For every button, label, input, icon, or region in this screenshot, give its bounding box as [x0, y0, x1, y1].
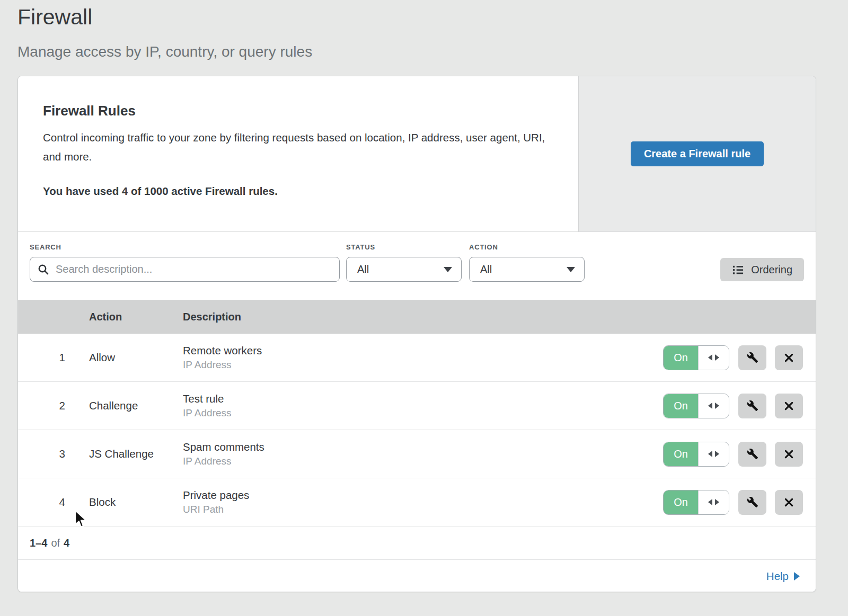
ordering-icon	[732, 264, 744, 276]
rule-enabled-toggle[interactable]: On	[663, 394, 729, 418]
arrow-left-icon	[708, 451, 712, 457]
column-action: Action	[89, 311, 183, 323]
rule-description-title: Private pages	[183, 489, 663, 502]
overview-text-panel: Firewall Rules Control incoming traffic …	[18, 76, 578, 231]
arrow-right-icon	[715, 451, 719, 457]
search-icon	[38, 264, 49, 275]
edit-rule-button[interactable]	[738, 345, 766, 370]
rule-description-title: Test rule	[183, 392, 663, 405]
arrow-right-icon	[715, 499, 719, 505]
mouse-cursor-icon	[74, 510, 89, 531]
wrench-icon	[747, 400, 758, 412]
rule-number: 2	[18, 399, 89, 412]
help-link-label: Help	[766, 570, 789, 583]
rule-description: Test rule IP Address	[183, 392, 663, 419]
search-filter-group: SEARCH	[30, 232, 340, 282]
page-title: Firewall	[17, 4, 848, 30]
search-box	[30, 257, 340, 282]
wrench-icon	[747, 448, 758, 460]
toggle-on-label: On	[664, 490, 698, 514]
rule-number: 1	[18, 351, 89, 364]
delete-rule-button[interactable]	[775, 490, 803, 515]
filters-bar: SEARCH STATUS All ACTION All	[18, 232, 816, 300]
rule-description: Spam comments IP Address	[183, 441, 663, 467]
page-subtitle: Manage access by IP, country, or query r…	[17, 43, 848, 61]
edit-rule-button[interactable]	[738, 442, 766, 467]
action-select[interactable]: All	[469, 257, 585, 282]
close-icon	[783, 352, 794, 363]
usage-note: You have used 4 of 1000 active Firewall …	[43, 185, 557, 198]
rule-action: Block	[89, 496, 183, 508]
overview-heading: Firewall Rules	[43, 103, 557, 119]
ordering-button[interactable]: Ordering	[720, 258, 804, 281]
close-icon	[783, 449, 794, 460]
delete-rule-button[interactable]	[775, 394, 803, 418]
edit-rule-button[interactable]	[738, 394, 766, 418]
pagination-range: 1–4	[30, 537, 47, 549]
toggle-on-label: On	[664, 394, 698, 418]
toggle-handle[interactable]	[698, 394, 729, 418]
status-select-value: All	[357, 263, 369, 275]
table-row: 2 Challenge Test rule IP Address On	[18, 382, 816, 430]
rule-number: 3	[18, 448, 89, 460]
page-header: Firewall Manage access by IP, country, o…	[0, 0, 848, 61]
firewall-rules-card: Firewall Rules Control incoming traffic …	[17, 76, 816, 592]
delete-rule-button[interactable]	[775, 442, 803, 467]
close-icon	[783, 497, 794, 508]
arrow-left-icon	[708, 499, 712, 505]
arrow-right-icon	[715, 354, 719, 361]
delete-rule-button[interactable]	[775, 345, 803, 370]
rule-match-type: IP Address	[183, 407, 663, 419]
close-icon	[783, 400, 794, 412]
edit-rule-button[interactable]	[738, 490, 766, 515]
pagination-total: 4	[64, 537, 69, 549]
wrench-icon	[747, 496, 758, 508]
rule-action: Challenge	[89, 399, 183, 412]
overview-section: Firewall Rules Control incoming traffic …	[18, 76, 816, 232]
search-input[interactable]	[55, 263, 332, 276]
overview-description: Control incoming traffic to your zone by…	[43, 128, 546, 166]
search-label: SEARCH	[30, 243, 340, 251]
rule-number: 4	[18, 496, 89, 508]
status-filter-group: STATUS All	[346, 232, 462, 282]
toggle-handle[interactable]	[698, 346, 729, 370]
rule-description: Private pages URI Path	[183, 489, 663, 515]
chevron-down-icon	[567, 267, 575, 272]
pagination-separator: of	[51, 537, 60, 549]
action-filter-group: ACTION All	[469, 232, 585, 282]
chevron-down-icon	[444, 267, 452, 272]
card-footer: Help	[18, 560, 816, 592]
arrow-right-icon	[715, 403, 719, 409]
status-label: STATUS	[346, 243, 462, 251]
rule-enabled-toggle[interactable]: On	[663, 345, 729, 370]
help-arrow-icon	[794, 572, 800, 581]
rule-enabled-toggle[interactable]: On	[663, 442, 729, 467]
rule-action: JS Challenge	[89, 448, 183, 460]
rule-match-type: URI Path	[183, 504, 663, 515]
rule-match-type: IP Address	[183, 456, 663, 467]
action-label: ACTION	[469, 243, 585, 251]
arrow-left-icon	[708, 354, 712, 361]
create-firewall-rule-button[interactable]: Create a Firewall rule	[631, 141, 764, 166]
table-header: Action Description	[18, 300, 816, 334]
rule-description-title: Remote workers	[183, 344, 663, 357]
rule-action: Allow	[89, 351, 183, 364]
wrench-icon	[747, 352, 758, 363]
toggle-handle[interactable]	[698, 442, 729, 466]
table-row: 3 JS Challenge Spam comments IP Address …	[18, 430, 816, 478]
table-row: 1 Allow Remote workers IP Address On	[18, 334, 816, 382]
toggle-on-label: On	[664, 346, 698, 370]
toggle-handle[interactable]	[698, 490, 729, 514]
create-rule-panel: Create a Firewall rule	[578, 76, 816, 231]
arrow-left-icon	[708, 403, 712, 409]
rule-enabled-toggle[interactable]: On	[663, 490, 729, 515]
table-row: 4 Block Private pages URI Path On	[18, 478, 816, 526]
rule-match-type: IP Address	[183, 359, 663, 371]
rule-description: Remote workers IP Address	[183, 344, 663, 371]
toggle-on-label: On	[664, 442, 698, 466]
action-select-value: All	[480, 263, 492, 275]
help-link[interactable]: Help	[766, 570, 800, 583]
pagination: 1–4 of 4	[18, 526, 816, 560]
status-select[interactable]: All	[346, 257, 462, 282]
rule-description-title: Spam comments	[183, 441, 663, 453]
